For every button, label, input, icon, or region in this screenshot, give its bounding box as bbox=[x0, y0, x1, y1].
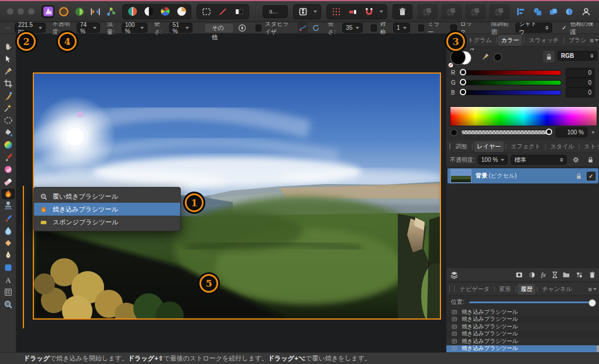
tab-layers[interactable]: レイヤー bbox=[474, 141, 504, 152]
colour-picker-tool[interactable] bbox=[2, 67, 14, 76]
panel-menu-icon[interactable]: ≡ bbox=[590, 37, 598, 44]
layer-thumbnail[interactable] bbox=[450, 169, 471, 183]
auto-contrast-icon[interactable] bbox=[143, 6, 154, 18]
dodge-brush-tool-item[interactable]: 覆い焼きブラシツール bbox=[34, 190, 180, 203]
assistant-icon[interactable] bbox=[297, 6, 309, 18]
mesh-warp-tool[interactable] bbox=[2, 287, 14, 297]
tab-stock[interactable]: ストック bbox=[581, 141, 599, 152]
panel-menu-icon[interactable]: ≡ bbox=[588, 286, 597, 293]
eyedropper-icon[interactable] bbox=[481, 53, 490, 61]
channel-value[interactable]: 0 bbox=[566, 68, 595, 78]
auto-colours-icon[interactable] bbox=[159, 6, 171, 18]
blend-mode-select[interactable]: 標準 bbox=[511, 155, 567, 165]
diagonal-slice-icon[interactable] bbox=[217, 6, 229, 18]
history-entry[interactable]: 焼き込みブラシツール bbox=[446, 323, 599, 331]
length-field[interactable]: 35 bbox=[342, 23, 362, 33]
adjustment-icon[interactable] bbox=[528, 271, 536, 279]
tab-swatches[interactable]: スウォッチ bbox=[526, 35, 562, 46]
hardness-field[interactable]: 51 % bbox=[169, 23, 192, 33]
sponge-brush-tool-item[interactable]: スポンジブラシツール bbox=[34, 216, 180, 228]
lock-icon[interactable] bbox=[575, 172, 583, 180]
paint-mixer-brush-tool[interactable] bbox=[2, 165, 14, 174]
alignment-icon[interactable] bbox=[515, 6, 526, 18]
channel-value[interactable]: 0 bbox=[566, 88, 595, 98]
sharpen-tool[interactable] bbox=[2, 238, 14, 248]
view-tool[interactable] bbox=[2, 42, 14, 51]
slider-knob[interactable] bbox=[460, 69, 466, 75]
tab-transform[interactable]: 変形 bbox=[497, 284, 514, 294]
slider-knob[interactable] bbox=[460, 79, 466, 85]
history-entry[interactable]: 焼き込みブラシツール bbox=[446, 308, 599, 316]
rope-stabiliser-icon[interactable] bbox=[298, 22, 308, 34]
snapping-icon[interactable] bbox=[347, 6, 359, 18]
symmetry-count-field[interactable]: 1 bbox=[393, 23, 410, 33]
mirror-checkbox[interactable] bbox=[418, 25, 424, 32]
undo-brush-tool[interactable] bbox=[2, 214, 14, 223]
window-stabiliser-icon[interactable] bbox=[311, 22, 321, 34]
tab-effects[interactable]: エフェクト bbox=[508, 141, 543, 152]
pen-tool[interactable] bbox=[2, 251, 14, 260]
boolean-combine-icon[interactable] bbox=[548, 6, 559, 18]
window-minimize-button[interactable] bbox=[18, 8, 24, 15]
document-title[interactable]: annika-BIl3xtSV_HY-unsplash.jpg (40.: * bbox=[263, 5, 288, 18]
colour-model-select[interactable]: RGB bbox=[557, 51, 597, 61]
mask-icon[interactable] bbox=[515, 271, 523, 279]
tab-colour[interactable]: カラー bbox=[498, 35, 522, 46]
brush-width-field[interactable]: 221.5 px bbox=[15, 23, 46, 33]
canvas-workspace[interactable]: 覆い焼きブラシツール焼き込みブラシツールスポンジブラシツール bbox=[16, 34, 446, 352]
lock-icon[interactable] bbox=[584, 154, 596, 166]
selection-brush-tool[interactable] bbox=[2, 91, 14, 100]
tonal-range-select[interactable]: シャドウ bbox=[515, 23, 552, 33]
panel-drag-handle[interactable] bbox=[449, 286, 455, 292]
brush-opacity-field[interactable]: 74 % bbox=[77, 23, 100, 33]
lock-icon[interactable] bbox=[542, 50, 555, 63]
channel-slider-b[interactable] bbox=[460, 90, 562, 95]
slider-knob[interactable] bbox=[546, 129, 552, 135]
boolean-divide-icon[interactable] bbox=[563, 6, 575, 18]
zoom-tool[interactable] bbox=[2, 300, 14, 309]
swap-colours-icon[interactable] bbox=[469, 48, 476, 55]
flood-select-tool[interactable] bbox=[2, 103, 14, 113]
more-button[interactable]: その他 bbox=[204, 23, 234, 33]
paint-brush-tool[interactable] bbox=[2, 152, 14, 162]
auto-levels-icon[interactable] bbox=[126, 6, 138, 18]
gradient-tool[interactable] bbox=[2, 140, 14, 150]
pixel-grid-icon[interactable] bbox=[331, 6, 342, 18]
fx-icon[interactable]: fx bbox=[541, 271, 546, 279]
history-entry[interactable]: 焼き込みブラシツール bbox=[446, 338, 599, 345]
tab-history[interactable]: 履歴 bbox=[518, 284, 535, 294]
delete-layer-icon[interactable] bbox=[588, 271, 596, 279]
liquify-persona-icon[interactable] bbox=[58, 6, 70, 18]
move-tool[interactable] bbox=[2, 54, 14, 64]
shape-tool[interactable] bbox=[2, 263, 14, 272]
layer-row-background[interactable]: 背景 (ピクセル) ✓ bbox=[447, 168, 598, 183]
window-close-button[interactable] bbox=[7, 8, 13, 15]
channel-value[interactable]: 0 bbox=[566, 78, 595, 88]
account-icon[interactable] bbox=[580, 6, 592, 18]
layer-visibility-checkbox[interactable]: ✓ bbox=[587, 172, 595, 181]
clone-stamp-tool[interactable] bbox=[2, 202, 14, 211]
colour-opacity-slider[interactable] bbox=[461, 130, 552, 135]
history-entry[interactable]: 焼き込みブラシツール bbox=[446, 316, 599, 324]
colour-opacity-field[interactable]: 100 % bbox=[556, 127, 587, 137]
chevron-down-icon[interactable] bbox=[314, 11, 317, 13]
history-entry[interactable]: 焼き込みブラシツール bbox=[446, 331, 599, 338]
export-persona-icon[interactable] bbox=[105, 6, 117, 18]
tab-styles[interactable]: スタイル bbox=[548, 141, 577, 152]
mask-view-icon[interactable] bbox=[233, 6, 245, 18]
blur-tool[interactable] bbox=[2, 226, 14, 235]
tone-mapping-persona-icon[interactable] bbox=[89, 6, 101, 18]
tab-channels[interactable]: チャンネル bbox=[539, 284, 575, 294]
layer-opacity-field[interactable]: 100 % bbox=[478, 155, 508, 165]
colour-spectrum[interactable] bbox=[450, 106, 597, 126]
tab-navigator[interactable]: ナビゲータ bbox=[457, 284, 493, 294]
symmetry-checkbox[interactable] bbox=[371, 25, 377, 32]
panel-drag-handle[interactable] bbox=[449, 143, 450, 150]
flow-field[interactable]: 100 % bbox=[122, 23, 147, 33]
magnet-icon[interactable] bbox=[363, 6, 375, 18]
flood-fill-tool[interactable] bbox=[2, 128, 14, 137]
auto-white-balance-icon[interactable] bbox=[175, 6, 187, 18]
burn-brush-tool-item[interactable]: 焼き込みブラシツール bbox=[34, 203, 180, 216]
channel-slider-g[interactable] bbox=[460, 80, 562, 85]
selection-marquee-icon[interactable] bbox=[201, 6, 212, 18]
